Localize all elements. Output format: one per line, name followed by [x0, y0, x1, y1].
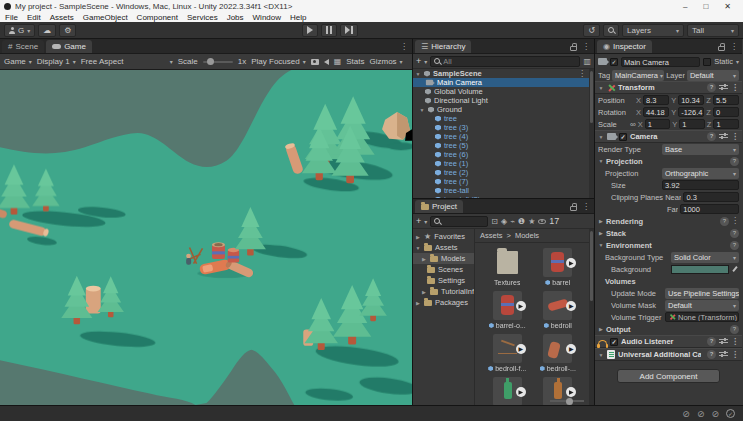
- environment-section-header[interactable]: ▼ Environment ?: [595, 239, 742, 251]
- chevron-down-icon[interactable]: ▾: [736, 58, 739, 65]
- collab-disabled-icon[interactable]: ⊘: [697, 409, 705, 419]
- menu-help[interactable]: Help: [290, 13, 306, 22]
- account-button[interactable]: G ▾: [4, 24, 35, 37]
- render-type-dropdown[interactable]: Base▾: [662, 144, 739, 155]
- background-type-dropdown[interactable]: Solid Color▾: [671, 252, 739, 263]
- active-checkbox[interactable]: ✓: [610, 58, 618, 66]
- lock-icon[interactable]: [570, 206, 577, 211]
- help-icon[interactable]: ?: [730, 229, 739, 238]
- menu-jobs[interactable]: Jobs: [227, 13, 244, 22]
- position-z-field[interactable]: 5.5: [713, 95, 739, 105]
- progress-ok-icon[interactable]: ✓: [726, 409, 735, 418]
- mute-audio-speaker-icon[interactable]: [324, 59, 329, 65]
- menu-file[interactable]: File: [5, 13, 18, 22]
- camera-component-header[interactable]: ▼ ✓ Camera ? ⋮: [595, 130, 742, 143]
- folder-assets[interactable]: ▼Assets: [413, 242, 474, 253]
- tab-project[interactable]: Project: [415, 200, 463, 213]
- asset-bedroll[interactable]: ▶ bedroll: [534, 291, 583, 329]
- transform-component-header[interactable]: ▼ Transform ? ⋮: [595, 81, 742, 94]
- audio-listener-checkbox[interactable]: ✓: [610, 338, 618, 346]
- near-field[interactable]: 0.3: [683, 192, 739, 202]
- kebab-menu-icon[interactable]: ⋮: [582, 203, 590, 211]
- search-button[interactable]: [603, 24, 619, 37]
- prefab-open-icon[interactable]: ▶: [516, 387, 526, 397]
- step-button[interactable]: [340, 24, 358, 37]
- eyedropper-icon[interactable]: [731, 265, 739, 273]
- scale-y-field[interactable]: 1: [679, 119, 705, 129]
- kebab-menu-icon[interactable]: ⋮: [582, 43, 590, 51]
- hierarchy-item-tree[interactable]: tree (2): [413, 168, 594, 177]
- lock-icon[interactable]: [570, 46, 577, 51]
- far-field[interactable]: 1000: [680, 204, 739, 214]
- help-icon[interactable]: ?: [707, 83, 716, 92]
- scale-x-field[interactable]: 1: [645, 119, 671, 129]
- rotation-x-field[interactable]: 44.18: [643, 107, 669, 117]
- volume-mask-dropdown[interactable]: Default▾: [665, 300, 739, 311]
- menu-gameobject[interactable]: GameObject: [83, 13, 128, 22]
- scale-slider-knob[interactable]: [207, 58, 214, 65]
- lock-icon[interactable]: [718, 46, 725, 51]
- breadcrumb-current[interactable]: Models: [515, 231, 539, 240]
- tab-game[interactable]: Game: [46, 40, 92, 53]
- cache-server-disabled-icon[interactable]: ⊘: [682, 409, 690, 419]
- hierarchy-item-main-camera[interactable]: Main Camera: [413, 78, 594, 87]
- foldout-icon[interactable]: ▼: [598, 352, 604, 358]
- background-color-swatch[interactable]: [671, 265, 729, 274]
- tag-dropdown[interactable]: MainCamera▾: [612, 70, 664, 81]
- kebab-menu-icon[interactable]: ⋮: [731, 84, 739, 92]
- kebab-menu-icon[interactable]: ⋮: [730, 43, 738, 51]
- game-mode-dropdown[interactable]: Game▾: [4, 57, 32, 66]
- preset-icon[interactable]: [719, 133, 728, 141]
- display-dropdown[interactable]: Display 1▾: [37, 57, 76, 66]
- open-search-window-icon[interactable]: ⊡: [491, 217, 498, 226]
- layer-dropdown[interactable]: Default▾: [687, 70, 739, 81]
- help-icon[interactable]: ?: [707, 350, 716, 359]
- search-by-type-icon[interactable]: ◈: [501, 217, 507, 226]
- prefab-open-icon[interactable]: ▶: [566, 387, 576, 397]
- help-icon[interactable]: ?: [730, 325, 739, 334]
- hierarchy-item-tree[interactable]: tree (3): [413, 123, 594, 132]
- folder-scenes[interactable]: Scenes: [413, 264, 474, 275]
- play-button[interactable]: [302, 24, 318, 37]
- preset-icon[interactable]: [719, 84, 728, 92]
- size-field[interactable]: 3.92: [662, 180, 739, 190]
- menu-assets[interactable]: Assets: [50, 13, 74, 22]
- output-section-header[interactable]: ▶ Output ?: [595, 323, 742, 335]
- help-icon[interactable]: ?: [730, 241, 739, 250]
- thumbnail-size-knob[interactable]: [566, 398, 573, 405]
- hierarchy-item-directional-light[interactable]: Directional Light: [413, 96, 594, 105]
- scene-row[interactable]: ▼ SampleScene ⋮: [413, 69, 594, 78]
- help-icon[interactable]: ?: [707, 132, 716, 141]
- kebab-menu-icon[interactable]: ⋮: [731, 217, 739, 225]
- layout-dropdown[interactable]: Tall▾: [687, 24, 739, 37]
- hierarchy-item-tree[interactable]: tree (6): [413, 150, 594, 159]
- prefab-open-icon[interactable]: ▶: [566, 258, 576, 268]
- kebab-menu-icon[interactable]: ⋮: [400, 43, 408, 51]
- favorite-star-icon[interactable]: ★: [528, 217, 535, 226]
- close-button[interactable]: ✕: [724, 2, 731, 11]
- hierarchy-item-tree[interactable]: tree (5): [413, 141, 594, 150]
- folder-models[interactable]: ▶Models: [413, 253, 474, 264]
- menu-window[interactable]: Window: [253, 13, 281, 22]
- record-grid-icon[interactable]: ▦: [334, 57, 342, 66]
- menu-edit[interactable]: Edit: [27, 13, 41, 22]
- update-mode-dropdown[interactable]: Use Pipeline Settings▾: [665, 288, 739, 299]
- hierarchy-item-global-volume[interactable]: Global Volume: [413, 87, 594, 96]
- hierarchy-item-tree[interactable]: tree: [413, 114, 594, 123]
- foldout-icon[interactable]: ▶: [598, 218, 604, 224]
- folder-settings[interactable]: Settings: [413, 275, 474, 286]
- hierarchy-item-ground[interactable]: ▼ Ground: [413, 105, 594, 114]
- asset-bottle-green[interactable]: ▶ bottle...: [483, 377, 532, 405]
- tab-scene[interactable]: # Scene: [2, 40, 44, 53]
- asset-bedroll-packed[interactable]: ▶ bedroll-...: [534, 334, 583, 372]
- rendering-section-header[interactable]: ▶ Rendering ?⋮: [595, 215, 742, 227]
- prefab-open-icon[interactable]: ▶: [516, 344, 526, 354]
- help-icon[interactable]: ?: [707, 337, 716, 346]
- camera-enabled-checkbox[interactable]: ✓: [619, 133, 627, 141]
- projection-dropdown[interactable]: Orthographic▾: [662, 168, 739, 179]
- menu-component[interactable]: Component: [137, 13, 178, 22]
- hierarchy-search-input[interactable]: All: [430, 56, 580, 67]
- project-search-input[interactable]: [430, 216, 488, 227]
- foldout-icon[interactable]: ▼: [598, 158, 604, 164]
- gameobject-name-field[interactable]: Main Camera: [621, 57, 700, 67]
